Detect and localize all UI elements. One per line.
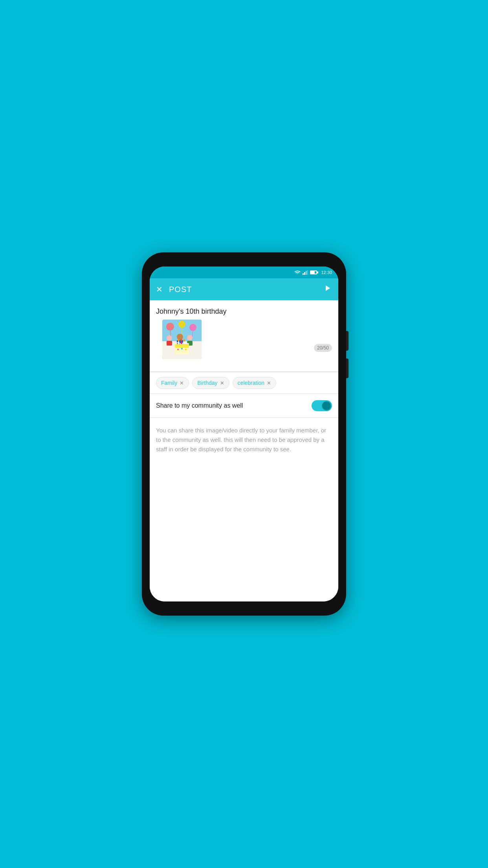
post-image[interactable]	[162, 320, 202, 359]
birthday-tag[interactable]: Birthday ✕	[192, 377, 229, 389]
svg-point-14	[187, 335, 193, 340]
send-button[interactable]	[323, 283, 332, 295]
toggle-thumb	[322, 401, 331, 410]
svg-rect-0	[303, 273, 304, 275]
wifi-icon	[294, 270, 301, 275]
battery-icon	[310, 270, 317, 274]
phone-screen: 12:30 ✕ POST Johnny's 10th birthday 20/5…	[150, 267, 338, 601]
status-bar: 12:30	[150, 267, 338, 278]
svg-point-26	[177, 349, 179, 350]
svg-rect-1	[304, 272, 305, 275]
svg-rect-15	[167, 341, 172, 346]
info-section: You can share this image/video directly …	[150, 418, 338, 601]
battery-fill	[311, 271, 315, 274]
svg-point-28	[185, 349, 187, 350]
svg-point-8	[189, 324, 196, 331]
tags-section: Family ✕ Birthday ✕ celebration ✕	[150, 372, 338, 394]
celebration-tag[interactable]: celebration ✕	[233, 377, 277, 389]
family-tag[interactable]: Family ✕	[156, 377, 189, 389]
char-count: 20/50	[314, 344, 332, 352]
app-bar: ✕ POST	[150, 278, 338, 300]
svg-rect-2	[306, 271, 307, 275]
app-title: POST	[169, 285, 323, 294]
svg-point-13	[177, 334, 183, 340]
celebration-tag-label: celebration	[238, 380, 265, 386]
post-image-container	[156, 316, 332, 365]
svg-point-23	[178, 339, 180, 342]
phone-device: 12:30 ✕ POST Johnny's 10th birthday 20/5…	[142, 252, 346, 616]
svg-point-6	[166, 323, 174, 331]
share-label: Share to my community as well	[156, 402, 243, 409]
svg-point-27	[181, 348, 183, 349]
signal-icon	[303, 270, 308, 275]
status-time: 12:30	[321, 270, 332, 275]
svg-point-25	[183, 339, 185, 342]
family-tag-label: Family	[161, 380, 177, 386]
toggle-track	[312, 400, 332, 411]
family-tag-close[interactable]: ✕	[180, 381, 184, 386]
celebration-tag-close[interactable]: ✕	[267, 381, 271, 386]
svg-point-7	[178, 321, 185, 328]
close-button[interactable]: ✕	[156, 285, 163, 294]
svg-point-24	[181, 338, 182, 341]
birthday-photo	[162, 320, 202, 359]
post-text-area[interactable]: Johnny's 10th birthday 20/50	[150, 300, 338, 372]
birthday-tag-close[interactable]: ✕	[220, 381, 224, 386]
info-text: You can share this image/video directly …	[156, 426, 332, 454]
svg-rect-3	[307, 270, 308, 275]
community-share-toggle[interactable]	[312, 400, 332, 411]
svg-rect-19	[175, 344, 189, 348]
svg-point-12	[167, 335, 172, 341]
share-section: Share to my community as well	[150, 394, 338, 418]
birthday-tag-label: Birthday	[197, 380, 217, 386]
status-icons	[294, 270, 317, 275]
content-area: Johnny's 10th birthday 20/50	[150, 300, 338, 601]
post-text-content: Johnny's 10th birthday	[156, 307, 332, 316]
